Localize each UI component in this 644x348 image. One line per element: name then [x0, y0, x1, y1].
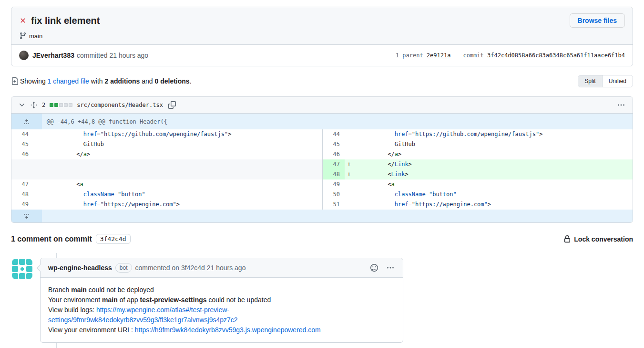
code-text: href="https://github.com/wpengine/faustj…	[353, 129, 633, 139]
line-number[interactable]: 46	[323, 149, 345, 159]
diff-sign	[345, 200, 353, 210]
comment-text: Your environment	[48, 296, 102, 304]
diff-sign	[33, 149, 42, 159]
bot-badge: bot	[115, 263, 132, 273]
line-number[interactable]: 47	[11, 179, 33, 190]
summary-deletions: 0 deletions	[155, 77, 190, 85]
diff-line: 47 <a	[11, 179, 322, 190]
diff-line: 45 GitHub	[11, 139, 322, 149]
hunk-header-text: @@ -44,6 +44,8 @@ function Header({	[42, 114, 633, 129]
line-number	[11, 159, 33, 169]
commit-sha: 3f42c4d0858a66c83a6348c65a61f11aace6f1b4	[487, 52, 625, 59]
line-number[interactable]: 45	[323, 139, 345, 149]
diff-sign	[33, 129, 42, 139]
diff-line: 44 href="https://github.com/wpengine/fau…	[11, 129, 322, 139]
file-path[interactable]: src/components/Header.tsx	[77, 102, 163, 108]
diff-line: 47+ </Link>	[323, 159, 633, 169]
commit-label: commit	[463, 52, 483, 59]
summary-prefix: Showing	[20, 77, 48, 85]
line-number[interactable]: 51	[323, 200, 345, 210]
comments-section: 1 comment on commit 3f42c4d Lock convers…	[11, 234, 633, 343]
comment-author[interactable]: wp-engine-headless	[48, 264, 112, 272]
commit-card: fix link element Browse files main JEver…	[11, 7, 633, 66]
diffstat-squares	[50, 103, 72, 107]
commit-title: fix link element	[31, 15, 100, 26]
code-text: className="button"	[42, 190, 322, 200]
comment-text-line: View your environment URL: https://h9fmr…	[48, 325, 395, 335]
comment-body: Branch main could not be deployedYour en…	[41, 278, 403, 342]
diff-right-column: 44 href="https://github.com/wpengine/fau…	[322, 129, 633, 210]
diffstat-added-square	[54, 103, 58, 107]
line-number[interactable]: 49	[11, 200, 33, 210]
diff-line: 49 href="https://wpengine.com">	[11, 200, 322, 210]
expand-up-icon[interactable]	[11, 114, 42, 129]
diff-line: 46 </a>	[323, 149, 633, 159]
line-number[interactable]: 48	[11, 190, 33, 200]
code-text	[42, 159, 322, 169]
diff-sign	[345, 129, 353, 139]
copy-path-button[interactable]	[167, 100, 177, 110]
hunk-header-row: @@ -44,6 +44,8 @@ function Header({	[11, 114, 633, 129]
file-changes-count: 2	[42, 102, 45, 108]
split-diff: 44 href="https://github.com/wpengine/fau…	[11, 129, 633, 210]
comment-text: main	[71, 286, 87, 294]
comment-text: View build logs:	[48, 306, 96, 314]
diff-view-toggle: Split Unified	[578, 75, 633, 87]
comment-text: could not be deployed	[87, 286, 154, 294]
grabber-move-icon[interactable]	[30, 101, 38, 109]
comment-meta[interactable]: commented on 3f42c4d 21 hours ago	[135, 264, 246, 272]
branch-name[interactable]: main	[29, 32, 42, 40]
diff-sign: +	[345, 159, 353, 169]
line-number[interactable]: 44	[323, 129, 345, 139]
diff-sign	[345, 149, 353, 159]
diffstat-added-square	[50, 103, 53, 107]
line-number[interactable]: 44	[11, 129, 33, 139]
commit-action-text: committed 21 hours ago	[77, 52, 148, 59]
git-branch-icon	[19, 32, 27, 40]
author-avatar[interactable]	[19, 51, 29, 60]
emoji-reaction-icon[interactable]	[369, 263, 379, 273]
comment-link[interactable]: https://h9fmr9wk84edokyrb8zvv59g3.js.wpe…	[135, 326, 321, 334]
line-number[interactable]: 47	[323, 159, 345, 169]
commit-meta: JEverhart383 committed 21 hours ago 1 pa…	[11, 45, 633, 66]
file-kebab-menu-icon[interactable]	[616, 100, 626, 110]
diff-line: 51 href="https://wpengine.com">	[323, 200, 633, 210]
browse-files-button[interactable]: Browse files	[570, 13, 625, 28]
line-number[interactable]: 49	[323, 179, 345, 190]
code-text: GitHub	[353, 139, 633, 149]
comment-text: main	[102, 296, 118, 304]
expand-bottom-row	[11, 210, 633, 222]
diff-line: 46 </a>	[11, 149, 322, 159]
diff-line: 48 className="button"	[11, 190, 322, 200]
line-number[interactable]: 48	[323, 169, 345, 179]
diff-card: 2 src/components/Header.tsx @@ -44,6 +44…	[11, 96, 633, 223]
lock-conversation-button[interactable]: Lock conversation	[563, 235, 633, 243]
code-text: </Link>	[353, 159, 633, 169]
unified-view-button[interactable]: Unified	[602, 75, 633, 87]
bot-avatar[interactable]	[11, 258, 33, 280]
comments-heading-sha[interactable]: 3f42c4d	[96, 234, 131, 244]
comment-kebab-menu-icon[interactable]	[386, 263, 395, 273]
split-view-button[interactable]: Split	[578, 75, 602, 87]
code-text: href="https://wpengine.com">	[42, 200, 322, 210]
diff-sign	[33, 159, 42, 169]
page: fix link element Browse files main JEver…	[11, 7, 633, 343]
parent-sha[interactable]: 2e9121a	[427, 52, 451, 59]
comment-text: of app	[118, 296, 140, 304]
diff-line: 48+ <Link>	[323, 169, 633, 179]
comment-caret	[36, 264, 44, 272]
comment: wp-engine-headless bot commented on 3f42…	[11, 258, 633, 343]
line-number[interactable]: 45	[11, 139, 33, 149]
line-number[interactable]: 50	[323, 190, 345, 200]
diff-summary: Showing 1 changed file with 2 additions …	[11, 74, 633, 88]
diff-line: 49 <a	[323, 179, 633, 190]
expand-down-icon[interactable]	[11, 210, 42, 222]
parent-label: 1 parent	[396, 52, 423, 59]
collapse-chevron-down-icon[interactable]	[18, 101, 26, 109]
commit-author[interactable]: JEverhart383	[32, 52, 74, 59]
line-number[interactable]: 46	[11, 149, 33, 159]
code-text: </a>	[353, 149, 633, 159]
diff-sign	[345, 190, 353, 200]
changed-files-link[interactable]: 1 changed file	[48, 77, 89, 85]
commit-head: fix link element Browse files main	[11, 7, 633, 45]
